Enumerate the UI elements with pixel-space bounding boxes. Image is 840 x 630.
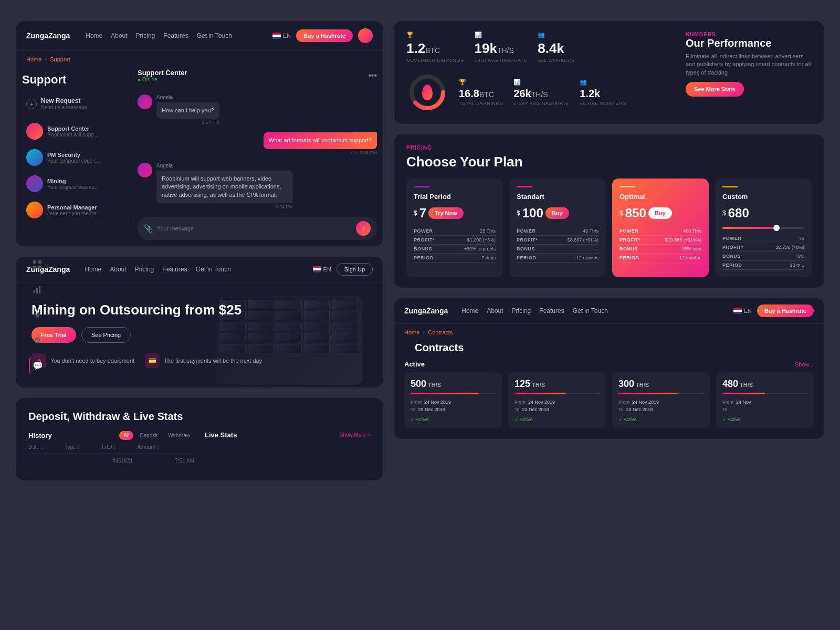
contracts-buy-hashrate[interactable]: Buy a Hashrate <box>757 304 814 317</box>
sidebar-icon-chart[interactable] <box>29 281 46 298</box>
msg-sender-2: Angela <box>156 163 293 169</box>
support-title: Support <box>22 69 124 93</box>
attachment-icon[interactable]: 📎 <box>144 224 153 233</box>
contracts-card: ZungaZanga Home About Pricing Features G… <box>394 298 824 439</box>
msg-time-2: 6:54 PM <box>156 204 293 209</box>
plan-stat-bonus-2: BONUS 15% cost <box>620 245 701 254</box>
perf-desc: Eliminate all indirect links between adv… <box>686 52 812 77</box>
mining-heading: Mining on Outsourcing from $25 <box>32 302 368 318</box>
sidebar-item-support-center[interactable]: Support Center Roobinium will supp... <box>22 119 124 144</box>
support-sidebar: Support + New Request Send us a message … <box>16 62 131 246</box>
sidebar-item-mining[interactable]: Mining Your request was ca... <box>22 171 124 196</box>
sidebar-item-pm-security[interactable]: PM Security Your temporal code i... <box>22 145 124 170</box>
plan-price-row-3: $ 680 <box>722 206 804 220</box>
plan-stats-3: POWER 75 PROFIT* $2,726 (+8%) BONUS +8% <box>722 234 804 270</box>
nav-pricing[interactable]: Pricing <box>136 32 155 39</box>
tab-all[interactable]: All <box>119 431 133 440</box>
plan-standart: Standart $ 100 Buy POWER 40 Th/s PROFIT* <box>509 178 606 277</box>
show-more-button[interactable]: Show More > <box>340 432 371 438</box>
user-avatar[interactable] <box>358 28 373 43</box>
nav-features[interactable]: Features <box>163 32 188 39</box>
show-contracts-button[interactable]: Show... <box>795 361 814 368</box>
plan-stat-power-0: POWER 25 Th/s <box>414 227 496 236</box>
contracts-nav-pricing[interactable]: Pricing <box>512 307 531 314</box>
sidebar-icon-grid[interactable] <box>29 256 46 273</box>
slider-thumb[interactable] <box>773 225 780 231</box>
pricing-plans: Trial Period $ 7 Try Now POWER 25 Th/s P… <box>406 178 812 277</box>
sidebar-item-sub-1: Your temporal code i... <box>47 158 100 164</box>
mining-lang[interactable]: EN <box>313 266 331 272</box>
plus-icon: + <box>26 99 37 109</box>
nav-about[interactable]: About <box>111 32 127 39</box>
sidebar-icon-star[interactable]: ★ <box>29 307 46 323</box>
plan-price-row-2: $ 850 Buy <box>620 206 701 220</box>
lang-selector[interactable]: EN <box>272 33 291 39</box>
plan-custom: Custom $ 680 POWER 75 <box>715 178 812 277</box>
chat-menu-button[interactable]: ••• <box>368 71 377 80</box>
sidebar-item-sub-0: Roobinium will supp... <box>47 132 98 138</box>
perf-btm-label-1: 1-DAY AVG HASHRATE <box>513 101 569 106</box>
buy-hashrate-button[interactable]: Buy a Hashrate <box>296 29 353 42</box>
plan-btn-2[interactable]: Buy <box>648 207 672 219</box>
perf-stat-1: 📊 19kTH/S 1-HR AVG HASHRATE <box>475 32 528 63</box>
message-input[interactable] <box>157 225 352 232</box>
mining-nav-features[interactable]: Features <box>162 266 187 273</box>
contracts-nav-features[interactable]: Features <box>539 307 564 314</box>
custom-slider[interactable] <box>722 227 804 229</box>
new-request-button[interactable]: + New Request Send us a message <box>22 93 124 114</box>
perf-icon-0: 🏆 <box>406 32 464 38</box>
new-request-sub: Send us a message <box>41 104 87 110</box>
tab-withdraw[interactable]: Withdraw <box>164 431 194 440</box>
contract-hashrate-2: 300 TH/S <box>618 379 704 390</box>
msg-time-0: 3:54 PM <box>156 120 219 125</box>
plan-stats-0: POWER 25 Th/s PROFIT* $1,200 (+3%) BONUS… <box>414 227 496 262</box>
support-card: ZungaZanga Home About Pricing Features G… <box>16 21 383 246</box>
mining-nav-pricing[interactable]: Pricing <box>135 266 154 273</box>
contract-status-1: Active <box>514 417 600 422</box>
sidebar-item-name-2: Mining <box>47 178 99 184</box>
plan-stat-power-3: POWER 75 <box>722 234 804 243</box>
mining-feature-0: ◆ You don't need to buy equipment <box>32 353 134 368</box>
sidebar-item-personal-manager[interactable]: Personal Manager Jane sent you the for..… <box>22 197 124 223</box>
sidebar-avatar-support <box>26 123 43 140</box>
mining-flag-icon <box>313 266 321 272</box>
svg-rect-4 <box>34 290 35 293</box>
see-pricing-button[interactable]: See Pricing <box>81 327 131 343</box>
contract-2: 300 TH/S From 24 Nov 2019 To 23 Dec 2019… <box>612 372 710 428</box>
contract-progress-1 <box>514 393 600 394</box>
live-stats-title: Live Stats <box>205 431 237 439</box>
nav-links: Home About Pricing Features Get in Touch <box>86 32 232 39</box>
contract-status-3: Active <box>722 417 807 422</box>
sidebar-icon-message[interactable]: 💬 <box>29 357 46 374</box>
plan-btn-0[interactable]: Try Now <box>428 207 464 219</box>
contracts-lang[interactable]: EN <box>733 308 752 314</box>
signup-button[interactable]: Sign Up <box>337 263 373 276</box>
nav-contact[interactable]: Get in Touch <box>197 32 232 39</box>
sidebar-icon-settings[interactable]: ⚙ <box>29 332 46 349</box>
plan-accent-bar-1 <box>517 186 532 187</box>
mining-nav-contact[interactable]: Get in Touch <box>196 266 231 273</box>
mining-nav-about[interactable]: About <box>110 266 126 273</box>
chart-center-blob <box>422 85 433 100</box>
nav-home[interactable]: Home <box>86 32 102 39</box>
plan-stat-power-1: POWER 40 Th/s <box>517 227 598 236</box>
msg-bubble-2: Roobinium will support web banners, vide… <box>156 171 293 203</box>
contracts-logo: ZungaZanga <box>404 307 448 315</box>
plan-name-1: Standart <box>517 193 598 201</box>
history-section: History All Deposit Withdraw Date ↓ Type… <box>28 431 371 468</box>
perf-btm-value-2: 1.2k <box>580 88 626 100</box>
contracts-nav-home[interactable]: Home <box>461 307 478 314</box>
contract-hashrate-3: 480 TH/S <box>722 379 807 390</box>
sidebar-avatar-mining <box>26 175 43 192</box>
plan-btn-1[interactable]: Buy <box>545 207 569 219</box>
sidebar-item-name-1: PM Security <box>47 152 100 158</box>
mining-nav-home[interactable]: Home <box>85 266 101 273</box>
plan-name-2: Optimal <box>620 193 701 201</box>
tab-deposit[interactable]: Deposit <box>135 431 162 440</box>
contracts-nav-contact[interactable]: Get in Touch <box>573 307 608 314</box>
contracts-nav-about[interactable]: About <box>487 307 503 314</box>
see-more-stats-button[interactable]: See More Stats <box>686 82 744 97</box>
plan-price-row-0: $ 7 Try Now <box>414 206 496 220</box>
svg-rect-1 <box>38 260 41 264</box>
send-button[interactable]: ↑ <box>356 221 371 236</box>
